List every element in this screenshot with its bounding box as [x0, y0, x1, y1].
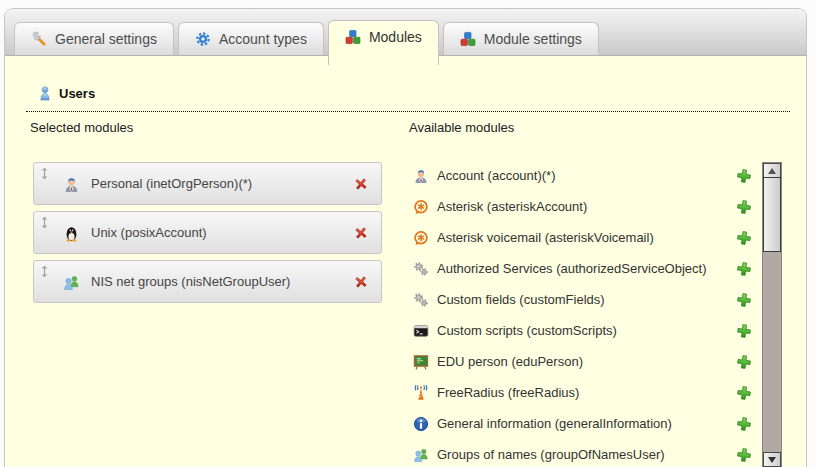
group-icon	[63, 274, 80, 291]
group-icon	[413, 447, 429, 463]
module-label: Asterisk voicemail (asteriskVoicemail)	[437, 223, 654, 253]
module-label: Account (account)(*)	[437, 161, 556, 191]
available-module-row: Asterisk voicemail (asteriskVoicemail)	[409, 223, 765, 254]
add-icon[interactable]	[736, 292, 752, 308]
add-icon[interactable]	[736, 199, 752, 215]
delete-icon[interactable]	[353, 274, 369, 290]
tab-bar: General settings Account types Modules M…	[5, 9, 806, 56]
add-icon[interactable]	[736, 447, 752, 463]
available-module-row: General information (generalInformation)	[409, 409, 765, 440]
module-label: General information (generalInformation)	[437, 409, 672, 439]
module-label: NIS net groups (nisNetGroupUser)	[91, 261, 290, 302]
drag-handle-icon[interactable]	[40, 167, 49, 180]
selected-modules-label: Selected modules	[30, 120, 133, 135]
add-icon[interactable]	[736, 230, 752, 246]
modules-icon	[345, 29, 361, 45]
available-module-row: EDU person (eduPerson)	[409, 347, 765, 378]
delete-icon[interactable]	[353, 176, 369, 192]
gears-icon	[413, 292, 429, 308]
arrow-down-icon	[768, 457, 776, 463]
user-pawn-icon	[38, 85, 52, 102]
scroll-down-button[interactable]	[763, 452, 781, 467]
available-modules-scrollbar[interactable]	[762, 162, 782, 467]
blackboard-icon	[413, 354, 429, 370]
delete-icon[interactable]	[353, 225, 369, 241]
module-label: EDU person (eduPerson)	[437, 347, 583, 377]
available-module-row: Custom scripts (customScripts)	[409, 316, 765, 347]
selected-module-row[interactable]: NIS net groups (nisNetGroupUser)	[33, 260, 382, 303]
person-suit-icon	[63, 176, 80, 193]
add-icon[interactable]	[736, 354, 752, 370]
person-suit-icon	[413, 168, 429, 184]
tab-general-settings[interactable]: General settings	[14, 22, 174, 55]
tab-label: Account types	[219, 31, 307, 47]
module-label: Groups of names (groupOfNamesUser)	[437, 440, 665, 467]
drag-handle-icon[interactable]	[40, 216, 49, 229]
selected-module-row[interactable]: Unix (posixAccount)	[33, 211, 382, 254]
available-module-row: FreeRadius (freeRadius)	[409, 378, 765, 409]
wrench-icon	[31, 31, 47, 47]
tab-account-types[interactable]: Account types	[178, 22, 324, 55]
available-modules-list: Account (account)(*) Asterisk (asteriskA…	[409, 161, 765, 467]
tux-icon	[63, 225, 80, 242]
module-label: Custom fields (customFields)	[437, 285, 605, 315]
available-module-row: Authorized Services (authorizedServiceOb…	[409, 254, 765, 285]
drag-handle-icon[interactable]	[40, 265, 49, 278]
available-module-row: Asterisk (asteriskAccount)	[409, 192, 765, 223]
module-label: Unix (posixAccount)	[91, 212, 207, 253]
gears-icon	[413, 261, 429, 277]
asterisk-icon	[413, 199, 429, 215]
tab-module-settings[interactable]: Module settings	[443, 22, 599, 55]
info-icon	[413, 416, 429, 432]
module-label: Custom scripts (customScripts)	[437, 316, 617, 346]
selected-modules-list: Personal (inetOrgPerson)(*) Unix (posixA…	[33, 162, 382, 309]
available-module-row: Groups of names (groupOfNamesUser)	[409, 440, 765, 467]
add-icon[interactable]	[736, 385, 752, 401]
available-module-row: Custom fields (customFields)	[409, 285, 765, 316]
tab-label: Module settings	[484, 31, 582, 47]
module-label: Personal (inetOrgPerson)(*)	[91, 163, 252, 204]
arrow-up-icon	[768, 168, 776, 174]
add-icon[interactable]	[736, 168, 752, 184]
tab-list: General settings Account types Modules M…	[14, 20, 599, 55]
module-label: Authorized Services (authorizedServiceOb…	[437, 254, 707, 284]
antenna-icon	[413, 385, 429, 401]
add-icon[interactable]	[736, 416, 752, 432]
section-heading-users: Users	[26, 85, 790, 112]
terminal-icon	[413, 323, 429, 339]
scrollbar-thumb[interactable]	[763, 177, 781, 252]
tab-label: Modules	[369, 29, 422, 45]
modules-icon	[460, 31, 476, 47]
section-title: Users	[59, 86, 95, 101]
module-label: Asterisk (asteriskAccount)	[437, 192, 587, 222]
available-module-row: Account (account)(*)	[409, 161, 765, 192]
gear-icon	[195, 31, 211, 47]
available-modules-label: Available modules	[409, 120, 514, 135]
configuration-panel: General settings Account types Modules M…	[4, 8, 807, 467]
add-icon[interactable]	[736, 323, 752, 339]
asterisk-icon	[413, 230, 429, 246]
add-icon[interactable]	[736, 261, 752, 277]
scroll-up-button[interactable]	[763, 163, 781, 178]
selected-module-row[interactable]: Personal (inetOrgPerson)(*)	[33, 162, 382, 205]
tab-label: General settings	[55, 31, 157, 47]
module-label: FreeRadius (freeRadius)	[437, 378, 579, 408]
tab-modules[interactable]: Modules	[328, 20, 439, 65]
